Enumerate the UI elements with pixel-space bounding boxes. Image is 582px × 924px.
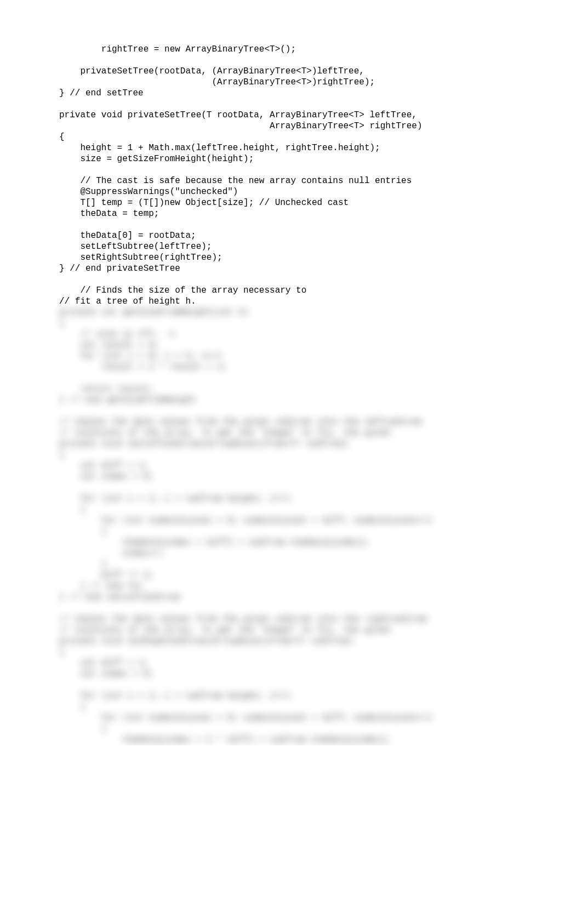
document-page: rightTree = new ArrayBinaryTree<T>(); pr… [0, 0, 582, 745]
code-clear-section: rightTree = new ArrayBinaryTree<T>(); pr… [0, 44, 582, 307]
code-blurred-section: private int getSizeFromHeight(int h) { /… [0, 307, 582, 745]
